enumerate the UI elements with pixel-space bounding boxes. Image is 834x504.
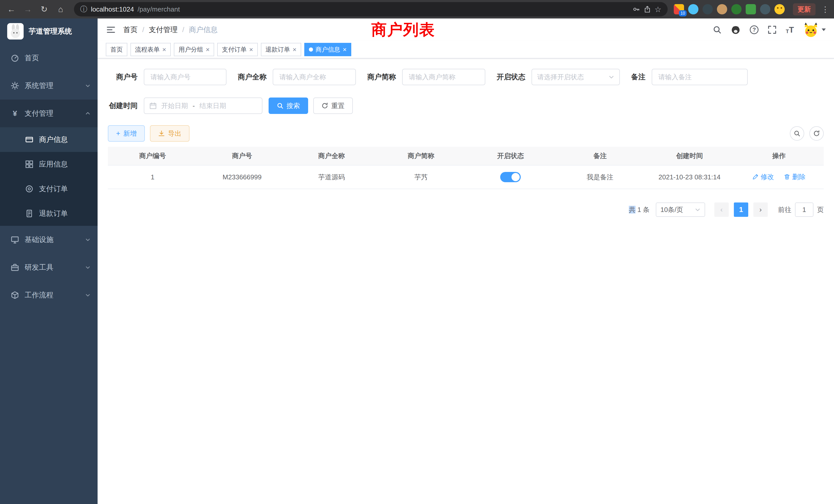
tab-close-icon[interactable]: × <box>249 46 253 53</box>
total-prefix: 共 <box>629 206 636 213</box>
search-button[interactable]: 搜索 <box>269 97 308 114</box>
tab-close-icon[interactable]: × <box>293 46 297 53</box>
sidebar-item-infra[interactable]: 基础设施 <box>0 226 97 254</box>
apps-grid-icon[interactable]: 10 <box>674 4 684 14</box>
sidebar-item-refund-orders[interactable]: 退款订单 <box>0 201 97 226</box>
avatar-extension-icon[interactable] <box>717 4 727 14</box>
pagination-total: 共 1 条 <box>629 205 650 214</box>
sidebar-item-system[interactable]: 系统管理 <box>0 72 97 99</box>
status-select[interactable]: 请选择开启状态 <box>531 69 620 85</box>
top-navbar: 首页 / 支付管理 / 商户信息 商户列表 ? <box>97 19 834 41</box>
browser-home-icon[interactable]: ⌂ <box>53 2 68 17</box>
check-circle-icon[interactable] <box>731 4 742 14</box>
next-page-button[interactable]: › <box>753 203 768 217</box>
tab-home[interactable]: 首页 <box>106 43 127 56</box>
add-button[interactable]: + 新增 <box>108 125 145 142</box>
status-placeholder: 请选择开启状态 <box>537 73 584 82</box>
sidebar-item-label: 首页 <box>25 53 90 63</box>
refresh-button[interactable] <box>809 126 824 141</box>
create-time-range-picker[interactable]: 开始日期 - 结束日期 <box>144 97 262 114</box>
browser-back-icon[interactable]: ← <box>4 2 19 17</box>
browser-toolbar: ← → ↻ ⌂ ⓘ localhost:1024/pay/merchant ☆ … <box>0 0 834 19</box>
merchant-no-input[interactable] <box>144 69 226 85</box>
edit-link[interactable]: 修改 <box>752 173 774 181</box>
browser-forward-icon[interactable]: → <box>21 2 35 17</box>
col-create-time: 创建时间 <box>645 147 734 165</box>
goto-prefix: 前往 <box>778 205 791 214</box>
browser-reload-icon[interactable]: ↻ <box>37 2 51 17</box>
breadcrumb-home[interactable]: 首页 <box>123 25 138 35</box>
share-icon[interactable] <box>644 5 651 13</box>
fullscreen-icon[interactable] <box>768 25 776 34</box>
font-size-icon[interactable]: TT <box>786 26 794 34</box>
total-suffix: 条 <box>643 206 650 213</box>
breadcrumb-payment[interactable]: 支付管理 <box>149 25 178 35</box>
table-row: 1 M233666999 芋道源码 芋艿 我是备注 2021-10-23 08:… <box>108 165 824 189</box>
reset-button[interactable]: 重置 <box>313 97 353 114</box>
grid-icon <box>25 160 34 168</box>
tab-process-form[interactable]: 流程表单 × <box>130 43 171 56</box>
tab-merchant-info[interactable]: 商户信息 × <box>304 43 351 56</box>
tabs-bar: 首页 流程表单 × 用户分组 × 支付订单 × 退款订单 × <box>97 41 834 59</box>
sidebar-item-app-info[interactable]: 应用信息 <box>0 152 97 177</box>
chrome-update-button[interactable]: 更新 <box>793 3 815 16</box>
tab-close-icon[interactable]: × <box>206 46 210 53</box>
user-menu[interactable] <box>803 22 826 38</box>
full-name-input[interactable] <box>273 69 356 85</box>
caret-down-icon <box>822 28 826 31</box>
goto-page-input[interactable] <box>795 203 813 217</box>
tab-close-icon[interactable]: × <box>343 46 347 53</box>
sidebar-item-devtools[interactable]: 研发工具 <box>0 254 97 281</box>
tab-refund-orders[interactable]: 退款订单 × <box>261 43 301 56</box>
dark-circle-icon[interactable] <box>703 4 713 14</box>
address-bar[interactable]: ⓘ localhost:1024/pay/merchant ☆ <box>74 2 667 17</box>
search-icon[interactable] <box>713 25 722 34</box>
password-key-icon[interactable] <box>632 5 640 13</box>
col-status: 开启状态 <box>466 147 555 165</box>
short-name-input[interactable] <box>402 69 485 85</box>
screen: ← → ↻ ⌂ ⓘ localhost:1024/pay/merchant ☆ … <box>0 0 834 504</box>
hamburger-icon[interactable] <box>106 25 116 35</box>
smiley-icon[interactable] <box>774 4 785 14</box>
extension-badge: 10 <box>679 10 687 17</box>
cell-merchant-no: M233666999 <box>197 165 287 189</box>
help-icon[interactable]: ? <box>750 25 759 34</box>
sidebar-logo[interactable]: 芋道管理系统 <box>0 19 97 44</box>
show-search-toggle-button[interactable] <box>790 126 804 141</box>
chevron-up-icon <box>85 111 90 116</box>
sidebar: 芋道管理系统 首页 系统管理 ¥ 支付管理 <box>0 19 97 504</box>
tab-close-icon[interactable]: × <box>162 46 166 53</box>
status-toggle[interactable] <box>500 172 521 182</box>
bookmark-star-icon[interactable]: ☆ <box>655 5 661 14</box>
sidebar-item-home[interactable]: 首页 <box>0 44 97 72</box>
browser-menu-icon[interactable]: ⋮ <box>821 5 830 14</box>
cell-short-name: 芋艿 <box>376 165 466 189</box>
font-small-glyph: T <box>786 29 789 34</box>
page-1-button[interactable]: 1 <box>734 203 748 217</box>
site-info-icon[interactable]: ⓘ <box>80 4 87 14</box>
tab-user-group[interactable]: 用户分组 × <box>174 43 214 56</box>
sidebar-item-merchant-info[interactable]: 商户信息 <box>0 127 97 152</box>
cell-create-time: 2021-10-23 08:31:14 <box>645 165 734 189</box>
date-separator: - <box>193 102 195 110</box>
delete-link[interactable]: 删除 <box>784 173 806 181</box>
add-button-label: 新增 <box>123 129 137 138</box>
sidebar-item-workflow[interactable]: 工作流程 <box>0 281 97 309</box>
github-icon[interactable] <box>731 25 741 35</box>
sidebar-item-label: 工作流程 <box>25 290 80 300</box>
col-actions: 操作 <box>734 147 824 165</box>
tab-payment-orders[interactable]: 支付订单 × <box>217 43 258 56</box>
page-size-select[interactable]: 10条/页 <box>656 203 705 217</box>
notes-icon[interactable] <box>746 4 756 14</box>
page-size-value: 10条/页 <box>660 205 683 214</box>
remark-input[interactable] <box>652 69 748 85</box>
prev-page-button[interactable]: ‹ <box>714 203 729 217</box>
user-avatar[interactable] <box>803 22 818 38</box>
target-icon <box>25 185 34 193</box>
export-button[interactable]: 导出 <box>150 125 190 142</box>
pinwheel-icon[interactable] <box>760 4 770 14</box>
sidebar-item-payment-orders[interactable]: 支付订单 <box>0 177 97 201</box>
yen-icon: ¥ <box>10 109 20 118</box>
drop-icon[interactable] <box>688 4 698 14</box>
sidebar-item-payment[interactable]: ¥ 支付管理 <box>0 99 97 127</box>
